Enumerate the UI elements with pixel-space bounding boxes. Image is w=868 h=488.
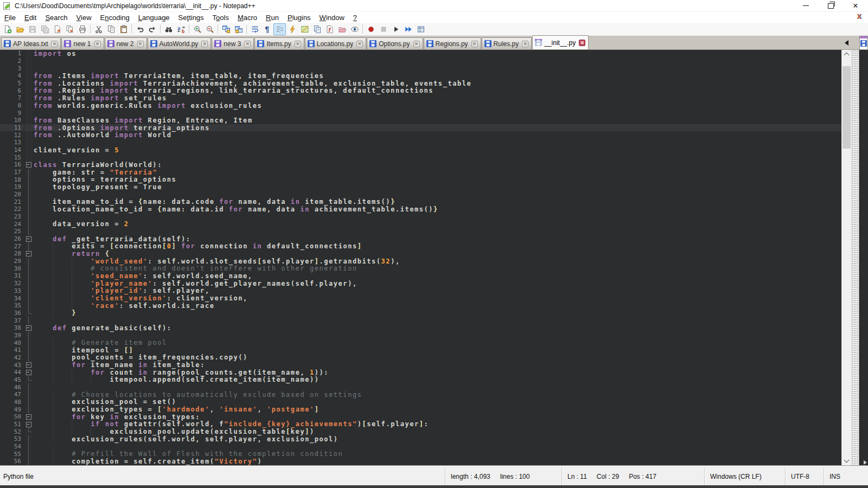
line-number[interactable]: 20 [0,191,24,198]
line-number[interactable]: 55 [0,451,24,458]
tab-items.py[interactable]: Items.py✕ [254,37,304,49]
code-line[interactable]: 18 options = terraria_options [0,176,841,183]
line-number[interactable]: 9 [0,110,24,117]
status-encoding[interactable]: UTF-8 [785,467,824,485]
code-line-text[interactable]: return { [33,250,110,258]
line-number[interactable]: 43 [0,362,24,369]
menu-window[interactable]: Window [315,13,349,22]
code-line[interactable]: 34 'client_version': client_version, [0,294,841,302]
tab-close-icon[interactable]: ✕ [579,40,585,46]
code-line[interactable]: 49 exclusion_types = ['hardmode', 'insan… [0,406,841,413]
line-number[interactable]: 48 [0,399,24,406]
code-line[interactable]: 25 [0,228,841,235]
line-number[interactable]: 16 [0,161,24,168]
tab-__init__.py[interactable]: __init__.py✕ [532,35,589,49]
line-number[interactable]: 38 [0,324,24,331]
code-line[interactable]: 9 [0,109,841,117]
line-number[interactable]: 47 [0,391,24,398]
code-line-text[interactable]: from ..AutoWorld import World [33,131,172,139]
code-line-text[interactable]: } [33,309,76,317]
code-line-text[interactable]: class TerrariaWorld(World): [33,161,162,169]
code-line[interactable]: 31 'seed_name': self.world.seed_name, [0,272,841,280]
menu-search[interactable]: Search [41,13,72,22]
tab-close-icon[interactable]: ✕ [522,41,528,47]
fold-collapse-icon[interactable] [24,413,33,421]
code-line-text[interactable]: pool_counts = item_frequencies.copy() [33,354,248,361]
menu-file[interactable]: File [0,13,20,22]
code-line[interactable]: 43 for item_name in item_table: [0,361,841,369]
menu-run[interactable]: Run [261,13,283,22]
code-line[interactable]: 21 item_name_to_id = {name: data.code fo… [0,198,841,206]
line-number[interactable]: 27 [0,243,24,250]
code-line[interactable]: 26 def _get_terraria_data(self): [0,235,841,243]
sliver-scroll-right-icon[interactable] [864,460,867,465]
line-number[interactable]: 30 [0,265,24,272]
toolbar-function-list-button[interactable]: f [323,23,336,35]
code-line[interactable]: 12from ..AutoWorld import World [0,131,841,139]
code-line-text[interactable]: from .Regions import terraria_regions, l… [33,87,433,94]
tab-new-3[interactable]: new 3✕ [212,37,254,49]
code-line[interactable]: 44 for count in range(pool_counts.get(it… [0,369,841,376]
code-line[interactable]: 48 exclusion_pool = set() [0,399,841,406]
scrollbar-thumb[interactable] [843,66,851,149]
code-line-text[interactable]: exits = [connection[0] for connection in… [33,242,362,250]
code-line[interactable]: 39 [0,332,841,339]
tab-close-icon[interactable]: ✕ [356,41,363,47]
view-splitter[interactable] [851,50,859,465]
line-number[interactable]: 44 [0,369,24,376]
code-line-text[interactable]: from .Locations import TerrariaAchieveme… [33,80,471,87]
line-number[interactable]: 56 [0,458,24,465]
line-number[interactable]: 52 [0,428,24,435]
toolbar-new-file-button[interactable] [1,23,14,35]
line-number[interactable]: 17 [0,169,24,176]
line-number[interactable]: 11 [0,124,24,131]
line-number[interactable]: 14 [0,146,24,153]
code-line[interactable]: 45 itempool.append(self.create_item(item… [0,376,841,384]
fold-collapse-icon[interactable] [24,361,33,369]
code-line-text[interactable]: 'race': self.world.is_race [33,302,214,310]
tab-rules.py[interactable]: Rules.py✕ [482,37,532,49]
menu-encoding[interactable]: Encoding [96,13,134,22]
code-line-text[interactable]: itempool = [] [33,346,133,354]
toolbar-open-file-button[interactable] [14,23,26,35]
code-line[interactable]: 20 [0,191,841,198]
code-line-text[interactable]: # Prefill the Wall of Flesh with the com… [33,450,343,458]
line-number[interactable]: 13 [0,139,24,146]
code-line-text[interactable]: import os [33,50,76,57]
tab-close-icon[interactable]: ✕ [201,41,208,47]
toolbar-document-map-button[interactable] [298,23,311,35]
line-number[interactable]: 5 [0,80,24,87]
code-line[interactable]: 13 [0,139,841,146]
line-number[interactable]: 29 [0,258,24,265]
code-line-text[interactable]: game: str = "Terraria" [33,169,157,176]
code-line[interactable]: 8from worlds.generic.Rules import exclus… [0,102,841,110]
code-line-text[interactable]: topology_present = True [33,183,162,191]
tab-close-icon[interactable]: ✕ [471,41,478,47]
code-line[interactable]: 11from .Options import terraria_options [0,124,841,132]
code-line-text[interactable]: exclusion_rules(self.world, self.player,… [33,435,339,443]
tab-scroll-left-icon[interactable] [845,40,848,46]
line-number[interactable]: 26 [0,235,24,242]
status-typing-mode[interactable]: INS [824,467,868,485]
tab-new-1[interactable]: new 1✕ [61,37,104,49]
line-number[interactable]: 3 [0,65,24,72]
line-number[interactable]: 41 [0,346,24,354]
code-line-text[interactable]: from BaseClasses import Region, Entrance… [33,117,253,124]
code-line-text[interactable]: data_version = 2 [33,220,129,228]
restore-button[interactable] [818,0,843,11]
code-line-text[interactable]: for count in range(pool_counts.get(item_… [33,369,329,376]
fold-collapse-icon[interactable] [24,421,33,428]
secondary-view-tab-stub[interactable] [859,36,868,49]
line-number[interactable]: 21 [0,198,24,206]
code-line[interactable]: 16class TerrariaWorld(World): [0,161,841,169]
line-number[interactable]: 7 [0,94,24,101]
code-line[interactable]: 55 # Prefill the Wall of Flesh with the … [0,450,841,458]
line-number[interactable]: 49 [0,406,24,413]
status-eol-format[interactable]: Windows (CR LF) [704,467,785,485]
line-number[interactable]: 18 [0,176,24,183]
code-line-text[interactable]: exclusion_pool.update(exclusion_table[ke… [33,428,315,435]
code-line[interactable]: 3 [0,65,841,72]
code-line-text[interactable]: from .Rules import set_rules [33,94,167,102]
code-line[interactable]: 19 topology_present = True [0,183,841,191]
tab-close-icon[interactable]: ✕ [94,41,101,47]
